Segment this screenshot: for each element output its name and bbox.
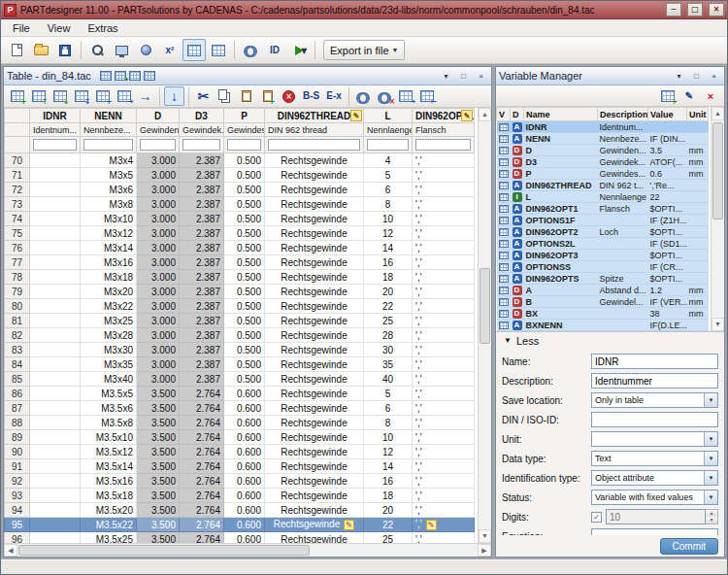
unit-select[interactable]: ▼ xyxy=(591,431,718,447)
cell-d3[interactable]: 2.387 xyxy=(180,197,224,212)
cell-thread[interactable]: Rechtsgewinde xyxy=(265,314,364,328)
cell-thread[interactable]: Rechtsgewinde xyxy=(265,197,364,212)
vertical-scroll-thumb[interactable] xyxy=(480,268,490,344)
cell-d[interactable]: 3.500 xyxy=(137,518,180,532)
cell-nenn[interactable]: M3.5x22 xyxy=(81,518,137,532)
row-number[interactable]: 88 xyxy=(5,416,30,430)
cell-thread[interactable]: Rechtsgewinde xyxy=(265,285,364,299)
variable-row[interactable]: DBX38mm xyxy=(497,308,709,320)
name-field[interactable] xyxy=(591,354,718,369)
variable-column-name[interactable]: Name xyxy=(524,108,598,121)
cell-idnr[interactable] xyxy=(30,226,81,241)
cell-l[interactable]: 8 xyxy=(364,416,413,430)
variable-column-d[interactable]: D xyxy=(511,108,524,121)
cell-opt1[interactable]: ',' xyxy=(413,416,475,430)
cell-opt1[interactable]: ',' xyxy=(413,372,475,387)
chevron-down-icon[interactable]: ▼ xyxy=(704,490,717,504)
din-iso-id-field[interactable] xyxy=(591,412,718,427)
scroll-up-button[interactable]: ▲ xyxy=(479,108,491,121)
cell-p[interactable]: 0.500 xyxy=(224,343,265,357)
edit-column-icon[interactable]: ✎ xyxy=(461,110,473,121)
transfer-right-button[interactable]: → xyxy=(135,86,155,106)
cell-nenn[interactable]: M3x35 xyxy=(81,357,137,372)
equation-field[interactable] xyxy=(591,528,718,535)
row-number[interactable]: 84 xyxy=(5,357,30,372)
row-number[interactable]: 95 xyxy=(5,518,30,532)
table-row[interactable]: 84M3x353.0002.3870.500Rechtsgewinde35',' xyxy=(5,357,475,372)
cell-nenn[interactable]: M3x10 xyxy=(81,212,137,226)
cell-p[interactable]: 0.600 xyxy=(224,532,265,544)
cell-d3[interactable]: 2.387 xyxy=(180,372,224,387)
cell-nenn[interactable]: M3x12 xyxy=(81,226,137,241)
cell-l[interactable]: 14 xyxy=(364,459,413,474)
cell-d[interactable]: 3.500 xyxy=(137,387,180,401)
cell-d3[interactable]: 2.387 xyxy=(180,328,224,343)
cell-p[interactable]: 0.600 xyxy=(224,416,265,430)
copy-button[interactable] xyxy=(215,86,235,106)
cell-d[interactable]: 3.000 xyxy=(137,328,180,343)
cell-p[interactable]: 0.500 xyxy=(224,314,265,328)
cell-thread[interactable]: Rechtsgewinde xyxy=(265,212,364,226)
table-row[interactable]: 73M3x83.0002.3870.500Rechtsgewinde8',' xyxy=(5,197,475,212)
cell-d[interactable]: 3.000 xyxy=(137,168,180,183)
horizontal-scroll-thumb[interactable] xyxy=(18,545,310,556)
sort-descending-button[interactable]: ↓ xyxy=(164,86,184,106)
delete-variable-button[interactable]: × xyxy=(701,86,720,105)
table-row[interactable]: 71M3x53.0002.3870.500Rechtsgewinde5',' xyxy=(5,168,475,183)
cell-d3[interactable]: 2.764 xyxy=(180,430,224,445)
cell-opt1[interactable]: ',' xyxy=(413,226,475,241)
cell-nenn[interactable]: M3.5x14 xyxy=(81,459,137,474)
variable-row[interactable]: AOPTIONSSIF (CR... xyxy=(497,261,709,273)
cell-d[interactable]: 3.000 xyxy=(137,343,180,357)
cell-opt1[interactable]: ',' xyxy=(413,255,475,270)
unlink-button[interactable]: × xyxy=(375,86,395,106)
cell-p[interactable]: 0.600 xyxy=(224,459,265,474)
cell-idnr[interactable] xyxy=(30,299,81,314)
cell-opt1[interactable]: ',' xyxy=(413,474,475,489)
cell-l[interactable]: 6 xyxy=(364,183,413,197)
cell-opt1[interactable]: ',' xyxy=(413,197,475,212)
zoom-button[interactable] xyxy=(85,39,109,61)
table-row[interactable]: 89M3.5x103.5002.7640.600Rechtsgewinde10'… xyxy=(5,430,475,445)
cell-thread[interactable]: Rechtsgewinde xyxy=(265,270,364,285)
row-number[interactable]: 77 xyxy=(5,255,30,270)
cell-d[interactable]: 3.500 xyxy=(137,474,180,489)
variable-row[interactable]: DD3Gewindek...ATOF(...mm xyxy=(497,156,709,168)
table-row[interactable]: 92M3.5x163.5002.7640.600Rechtsgewinde16'… xyxy=(5,474,475,489)
cell-p[interactable]: 0.500 xyxy=(224,372,265,387)
close-button[interactable]: × xyxy=(709,3,724,17)
cell-idnr[interactable] xyxy=(30,445,81,459)
ex-button[interactable]: E-x xyxy=(323,86,345,106)
edit-column-icon[interactable]: ✎ xyxy=(350,110,362,121)
cell-idnr[interactable] xyxy=(30,270,81,285)
cell-nenn[interactable]: M3x22 xyxy=(81,299,137,314)
vertical-scroll-thumb[interactable] xyxy=(712,122,723,220)
cell-idnr[interactable] xyxy=(30,474,81,489)
save-button[interactable] xyxy=(53,39,77,61)
cell-opt1[interactable]: ','✎ xyxy=(413,518,475,532)
table-grid-button[interactable] xyxy=(182,39,206,61)
cell-opt1[interactable]: ',' xyxy=(413,314,475,328)
row-number[interactable]: 93 xyxy=(5,489,30,503)
cell-thread[interactable]: Rechtsgewinde xyxy=(265,255,364,270)
open-button[interactable] xyxy=(29,39,52,61)
row-number[interactable]: 73 xyxy=(5,197,30,212)
row-number[interactable]: 87 xyxy=(5,401,30,416)
cell-thread[interactable]: Rechtsgewinde xyxy=(265,416,364,430)
cell-l[interactable]: 35 xyxy=(364,357,413,372)
flag-dropdown-button[interactable]: ▼ xyxy=(287,39,311,61)
cell-l[interactable]: 18 xyxy=(364,270,413,285)
spinner-buttons[interactable]: ▲▼ xyxy=(706,509,718,524)
cell-opt1[interactable]: ',' xyxy=(413,401,475,416)
view-table-icon[interactable] xyxy=(100,71,112,81)
cell-d3[interactable]: 2.764 xyxy=(180,503,224,518)
cell-p[interactable]: 0.500 xyxy=(224,212,265,226)
cell-opt1[interactable]: ',' xyxy=(413,445,475,459)
table-vertical-scrollbar[interactable]: ▲ ▼ xyxy=(478,108,491,543)
cell-d[interactable]: 3.000 xyxy=(137,285,180,299)
cell-l[interactable]: 8 xyxy=(364,197,413,212)
variable-column-value[interactable]: Value xyxy=(648,108,687,121)
cell-l[interactable]: 40 xyxy=(364,372,413,387)
cell-d3[interactable]: 2.387 xyxy=(180,226,224,241)
cell-opt1[interactable]: ',' xyxy=(413,212,475,226)
